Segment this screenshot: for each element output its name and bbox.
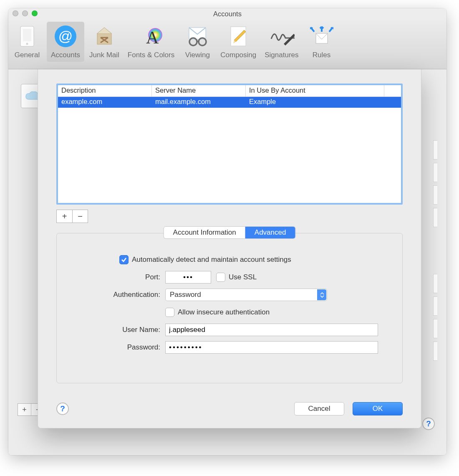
titlebar: Accounts: [8, 8, 446, 19]
window-title: Accounts: [13, 10, 442, 18]
server-remove-button[interactable]: −: [72, 210, 88, 223]
general-icon: [14, 23, 40, 49]
server-table[interactable]: Description Server Name In Use By Accoun…: [56, 84, 403, 205]
toolbar-item-signatures[interactable]: Signatures: [260, 22, 303, 62]
svg-rect-5: [97, 33, 111, 44]
port-label: Port:: [57, 273, 165, 281]
toolbar-item-rules[interactable]: Rules: [303, 22, 340, 62]
auto-detect-checkbox[interactable]: [119, 255, 129, 264]
smtp-server-sheet: Description Server Name In Use By Accoun…: [38, 69, 421, 428]
svg-text:@: @: [58, 28, 73, 44]
password-label: Password:: [57, 343, 165, 352]
toolbar-item-accounts[interactable]: @ Accounts: [47, 22, 84, 62]
port-field[interactable]: [165, 271, 211, 284]
toolbar-item-label: Rules: [313, 51, 330, 59]
toolbar-item-label: Composing: [220, 51, 256, 59]
toolbar-item-label: Viewing: [185, 51, 210, 59]
password-field[interactable]: [165, 341, 378, 354]
zoom-window-button[interactable]: [32, 10, 38, 16]
toolbar-item-composing[interactable]: Composing: [216, 22, 260, 62]
toolbar-item-label: Junk Mail: [89, 51, 119, 59]
server-table-header: Description Server Name In Use By Accoun…: [58, 85, 401, 97]
settings-tabs: Account Information Advanced: [164, 227, 295, 238]
col-in-use-by[interactable]: In Use By Account: [246, 85, 384, 96]
toolbar-item-label: Fonts & Colors: [128, 51, 174, 59]
toolbar-item-junk[interactable]: Junk Mail: [85, 22, 124, 62]
fonts-colors-icon: A: [138, 23, 164, 49]
server-settings-panel: Account Information Advanced Automatical…: [56, 233, 403, 383]
col-description[interactable]: Description: [58, 85, 152, 96]
preferences-window: Accounts General @ Accounts Junk Mail A …: [8, 8, 446, 455]
signatures-icon: [269, 23, 295, 49]
username-field[interactable]: [165, 324, 378, 336]
toolbar-item-general[interactable]: General: [8, 22, 46, 62]
svg-text:A: A: [146, 28, 159, 47]
authentication-select[interactable]: Password: [165, 289, 327, 301]
toolbar-item-label: Signatures: [265, 51, 298, 59]
chevron-up-down-icon: [319, 291, 325, 299]
toolbar-item-fonts[interactable]: A Fonts & Colors: [124, 22, 179, 62]
accounts-icon: @: [53, 23, 78, 49]
junk-mail-icon: [91, 23, 117, 49]
main-help-button[interactable]: ?: [422, 418, 435, 430]
cancel-button[interactable]: Cancel: [294, 402, 344, 415]
ok-button[interactable]: OK: [353, 402, 403, 415]
use-ssl-label: Use SSL: [229, 273, 257, 281]
col-server-name[interactable]: Server Name: [152, 85, 246, 96]
viewing-icon: [184, 23, 210, 49]
tab-account-information[interactable]: Account Information: [164, 227, 245, 238]
toolbar-item-viewing[interactable]: Viewing: [179, 22, 216, 62]
rules-icon: [309, 23, 335, 49]
toolbar-item-label: Accounts: [51, 51, 80, 59]
server-add-button[interactable]: +: [56, 210, 72, 223]
allow-insecure-label: Allow insecure authentication: [178, 308, 270, 316]
auto-detect-label: Automatically detect and maintain accoun…: [132, 256, 291, 264]
minimize-window-button[interactable]: [22, 10, 28, 16]
preferences-toolbar: General @ Accounts Junk Mail A Fonts & C…: [8, 19, 446, 69]
allow-insecure-checkbox[interactable]: [165, 308, 174, 317]
use-ssl-checkbox[interactable]: [216, 273, 225, 282]
sheet-help-button[interactable]: ?: [56, 403, 69, 415]
table-row[interactable]: example.com mail.example.com Example: [58, 97, 401, 108]
tab-advanced[interactable]: Advanced: [245, 227, 295, 238]
svg-rect-1: [23, 29, 31, 41]
composing-icon: [225, 23, 251, 49]
account-list-add-button[interactable]: +: [18, 404, 31, 415]
toolbar-item-label: General: [15, 51, 40, 59]
svg-point-2: [26, 43, 28, 45]
username-label: User Name:: [57, 326, 165, 334]
close-window-button[interactable]: [13, 10, 18, 16]
authentication-label: Authentication:: [57, 291, 165, 299]
